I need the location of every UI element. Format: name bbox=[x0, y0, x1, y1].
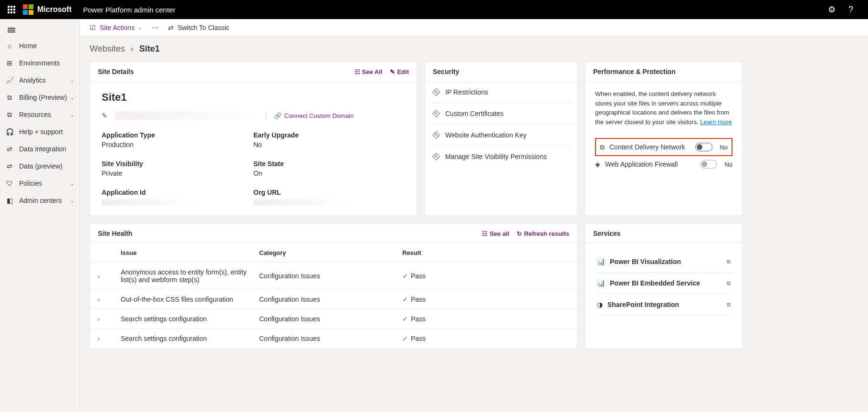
settings-icon[interactable]: ⚙ bbox=[822, 0, 841, 19]
app-title: Power Platform admin center bbox=[83, 6, 175, 14]
edit-link[interactable]: ✎Edit bbox=[390, 68, 409, 75]
chevron-down-icon: ⌄ bbox=[70, 95, 74, 100]
breadcrumb-parent[interactable]: Websites bbox=[90, 44, 125, 54]
security-card: Security ⚿IP Restrictions ⚿Custom Certif… bbox=[425, 62, 577, 216]
see-all-link[interactable]: ☷See All bbox=[355, 68, 383, 75]
nav-admin-centers[interactable]: ◧Admin centers⌄ bbox=[0, 192, 80, 209]
refresh-icon: ↻ bbox=[517, 230, 522, 237]
external-link-icon: ⧉ bbox=[727, 302, 731, 308]
nav-analytics[interactable]: 📈Analytics⌄ bbox=[0, 72, 80, 89]
nav-help[interactable]: 🎧Help + support bbox=[0, 123, 80, 140]
pencil-icon[interactable]: ✎ bbox=[102, 112, 107, 119]
services-card: Services 📊Power BI Visualization⧉ 📊Power… bbox=[585, 223, 743, 349]
check-icon: ✓ bbox=[402, 335, 408, 342]
home-icon: ⌂ bbox=[6, 42, 13, 50]
chart-icon: 📊 bbox=[597, 279, 605, 287]
firewall-icon: ◈ bbox=[595, 160, 600, 168]
refresh-link[interactable]: ↻Refresh results bbox=[517, 230, 569, 237]
service-powerbi-viz[interactable]: 📊Power BI Visualization⧉ bbox=[595, 251, 732, 273]
learn-more-link[interactable]: Learn more bbox=[700, 118, 732, 126]
detail-visibility: Site VisibilityPrivate bbox=[102, 160, 253, 177]
list-icon: ☷ bbox=[355, 68, 360, 75]
see-all-link[interactable]: ☷See all bbox=[482, 230, 509, 237]
external-link-icon: ⧉ bbox=[727, 259, 731, 265]
expand-icon[interactable]: › bbox=[98, 273, 100, 280]
security-custom-certificates[interactable]: ⚿Custom Certificates bbox=[429, 103, 573, 125]
cdn-icon: ⧉ bbox=[600, 143, 605, 151]
health-table: Issue Category Result ›Anonymous access … bbox=[90, 243, 577, 349]
check-icon: ✓ bbox=[402, 296, 408, 303]
cdn-toggle-label: No bbox=[717, 144, 728, 151]
nav-home[interactable]: ⌂Home bbox=[0, 37, 80, 54]
service-powerbi-embed[interactable]: 📊Power BI Embedded Service⧉ bbox=[595, 273, 732, 294]
health-row: ›Search settings configurationConfigurat… bbox=[90, 309, 577, 329]
more-actions-button[interactable]: ⋯ bbox=[152, 24, 158, 32]
site-url-redacted bbox=[115, 111, 258, 120]
security-auth-key[interactable]: ⚿Website Authentication Key bbox=[429, 125, 573, 146]
analytics-icon: 📈 bbox=[6, 76, 13, 84]
site-health-card: Site Health ☷See all ↻Refresh results Is… bbox=[90, 223, 577, 349]
microsoft-text: Microsoft bbox=[37, 5, 72, 14]
expand-icon[interactable]: › bbox=[98, 296, 100, 303]
sharepoint-icon: ◑ bbox=[597, 301, 603, 308]
expand-icon[interactable]: › bbox=[98, 336, 100, 342]
chevron-down-icon: ⌄ bbox=[70, 112, 74, 117]
nav-environments[interactable]: ⊞Environments bbox=[0, 54, 80, 72]
nav-data-integration[interactable]: ⇄Data integration bbox=[0, 140, 80, 158]
policies-icon: 🛡 bbox=[6, 180, 13, 187]
nav-policies[interactable]: 🛡Policies⌄ bbox=[0, 175, 80, 192]
external-link-icon: ⧉ bbox=[727, 280, 731, 286]
link-icon: 🔗 bbox=[274, 112, 282, 119]
service-sharepoint[interactable]: ◑SharePoint Integration⧉ bbox=[595, 294, 732, 316]
help-support-icon: 🎧 bbox=[6, 128, 13, 136]
resources-icon: ⧉ bbox=[6, 111, 13, 118]
app-id-redacted bbox=[102, 199, 197, 206]
detail-org-url: Org URL bbox=[253, 189, 405, 206]
card-title: Site Details bbox=[98, 68, 134, 75]
pencil-icon: ✎ bbox=[390, 68, 395, 75]
health-row: ›Anonymous access to entity form(s), ent… bbox=[90, 263, 577, 290]
site-actions-button[interactable]: ☑Site Actions⌄ bbox=[90, 24, 142, 32]
key-icon: ⚿ bbox=[431, 87, 441, 97]
cdn-row: ⧉ Content Delivery Network No bbox=[595, 138, 732, 156]
billing-icon: ⧉ bbox=[6, 94, 13, 101]
data-preview-icon: ⇄ bbox=[6, 162, 13, 170]
nav-data-preview[interactable]: ⇄Data (preview) bbox=[0, 158, 80, 175]
nav-collapse-button[interactable] bbox=[0, 23, 80, 37]
swap-icon: ⇄ bbox=[168, 24, 174, 32]
switch-classic-button[interactable]: ⇄Switch To Classic bbox=[168, 24, 230, 32]
key-icon: ⚿ bbox=[431, 130, 441, 140]
key-icon: ⚿ bbox=[431, 108, 441, 118]
app-launcher-icon[interactable] bbox=[8, 6, 15, 13]
microsoft-logo: Microsoft bbox=[23, 4, 72, 15]
security-ip-restrictions[interactable]: ⚿IP Restrictions bbox=[429, 82, 573, 103]
nav-resources[interactable]: ⧉Resources⌄ bbox=[0, 106, 80, 123]
col-issue: Issue bbox=[121, 249, 259, 256]
chevron-down-icon: ⌄ bbox=[138, 25, 142, 30]
card-title: Site Health bbox=[98, 230, 132, 237]
environments-icon: ⊞ bbox=[6, 59, 13, 67]
detail-early-upgrade: Early UpgradeNo bbox=[253, 131, 405, 148]
waf-toggle[interactable] bbox=[700, 160, 717, 169]
card-title: Security bbox=[433, 68, 459, 75]
list-icon: ☷ bbox=[482, 230, 488, 237]
data-integration-icon: ⇄ bbox=[6, 145, 13, 153]
checkbox-icon: ☑ bbox=[90, 24, 96, 32]
card-title: Services bbox=[593, 230, 621, 237]
help-icon[interactable]: ? bbox=[841, 0, 860, 19]
site-details-card: Site Details ☷See All ✎Edit Site1 ✎ 🔗Con… bbox=[90, 62, 417, 216]
health-row: ›Search settings configurationConfigurat… bbox=[90, 329, 577, 349]
cdn-toggle[interactable] bbox=[695, 143, 712, 151]
connect-custom-domain-link[interactable]: 🔗Connect Custom Domain bbox=[266, 112, 354, 119]
nav-billing[interactable]: ⧉Billing (Preview)⌄ bbox=[0, 89, 80, 106]
expand-icon[interactable]: › bbox=[98, 316, 100, 323]
security-visibility-permissions[interactable]: ⚿Manage Site Visibility Permissions bbox=[429, 146, 573, 167]
col-category: Category bbox=[259, 249, 402, 256]
detail-state: Site StateOn bbox=[253, 160, 405, 177]
chevron-down-icon: ⌄ bbox=[70, 181, 74, 186]
detail-app-type: Application TypeProduction bbox=[102, 131, 253, 148]
card-title: Performance & Protection bbox=[593, 68, 676, 75]
breadcrumb: Websites › Site1 bbox=[90, 44, 858, 54]
check-icon: ✓ bbox=[402, 272, 408, 280]
chart-icon: 📊 bbox=[597, 258, 605, 265]
